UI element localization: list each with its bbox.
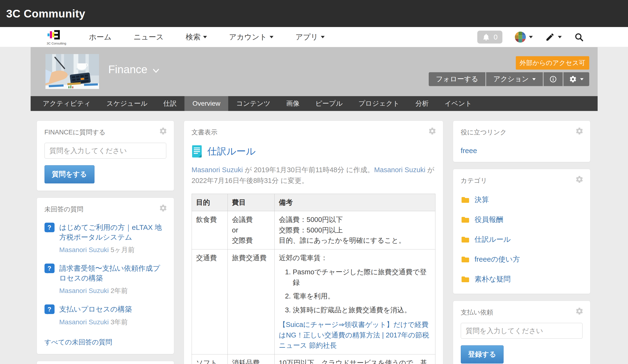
gear-icon[interactable]: [575, 127, 583, 135]
folder-icon: [461, 236, 470, 243]
notification-count: 0: [493, 33, 498, 41]
useful-links-list: freee: [461, 146, 583, 155]
unanswered-questions-widget: 未回答の質問 ?はじめてご利用の方｜eLTAX 地方税ポータルシステムMasan…: [37, 198, 174, 354]
create-menu[interactable]: [545, 32, 562, 42]
actions-button-label: アクション: [493, 74, 529, 84]
byline-author-link[interactable]: Masanori Suzuki: [374, 166, 425, 174]
question-title-link[interactable]: 支払いプロセスの構築: [59, 304, 132, 314]
gear-icon[interactable]: [428, 127, 436, 135]
table-row: 飲食費会議費or交際費会議費：5000円以下交際費：5000円以上目的、誰にあっ…: [192, 211, 435, 249]
folder-icon: [461, 256, 470, 263]
caret-down-icon: [270, 36, 273, 38]
settings-button[interactable]: [563, 72, 589, 86]
document-icon: [192, 145, 202, 158]
question-body: 請求書受領〜支払い依頼作成プロセスの構築Masanori Suzuki 2年前: [59, 264, 166, 295]
tab-activity[interactable]: アクティビティ: [35, 96, 99, 111]
question-title-link[interactable]: はじめてご利用の方｜eLTAX 地方税ポータルシステム: [59, 223, 166, 242]
space-thumbnail-image[interactable]: [45, 54, 99, 89]
nav-item-search[interactable]: 検索: [186, 32, 207, 42]
main-column: 文書表示 仕訳ルール Masanori Suzuki が 2019年1月30日午…: [184, 121, 443, 364]
nav-item-news[interactable]: ニュース: [134, 32, 164, 42]
document-header: 仕訳ルール: [192, 145, 435, 158]
nav-item-label: アカウント: [229, 32, 267, 42]
caret-down-icon: [558, 36, 562, 38]
question-author-link[interactable]: Masanori Suzuki: [59, 246, 109, 254]
question-author-link[interactable]: Masanori Suzuki: [59, 318, 109, 326]
tab-analytics[interactable]: 分析: [407, 96, 437, 111]
useful-link[interactable]: freee: [461, 146, 583, 155]
logo[interactable]: 3C Consulting: [47, 29, 66, 45]
note-link[interactable]: 【Suicaにチャージ⇒領収書ゲット】だけで経費はNG！正しい交通費の精算方法 …: [279, 321, 429, 349]
document-title-link[interactable]: 仕訳ルール: [207, 145, 256, 158]
table-row: ソフトウェア消耗品費10万円以下。クラウドサービスを使うので、基本的にはこの費目…: [192, 354, 435, 364]
category-label: 役員報酬: [475, 215, 503, 224]
nav-item-label: 検索: [186, 32, 200, 42]
note-list-item: Pasmoでチャージした際に旅費交通費で登録: [293, 267, 431, 288]
tab-journal[interactable]: 仕訳: [155, 96, 184, 111]
navbar: 3C Consulting ホームニュース検索アカウントアプリ 0: [0, 27, 628, 47]
category-item[interactable]: freeeの使い方: [461, 254, 583, 264]
category-list: 決算役員報酬仕訳ルールfreeeの使い方素朴な疑問: [461, 195, 583, 287]
actions-button[interactable]: アクション: [486, 72, 543, 86]
nav-item-account[interactable]: アカウント: [229, 32, 273, 42]
table-row: 交通費旅費交通費近郊の電車賃：Pasmoでチャージした際に旅費交通費で登録電車を…: [192, 249, 435, 354]
category-item[interactable]: 決算: [461, 195, 583, 205]
tab-contents[interactable]: コンテンツ: [228, 96, 278, 111]
table-header-row: 目的費目備考: [192, 194, 435, 211]
widget-title: 文書表示: [192, 128, 435, 137]
gear-icon[interactable]: [575, 307, 583, 315]
question-meta: Masanori Suzuki 2年前: [59, 286, 166, 295]
follow-button[interactable]: フォローする: [429, 72, 485, 86]
tab-people[interactable]: ピープル: [308, 96, 350, 111]
chevron-down-icon: [152, 67, 160, 75]
gear-icon[interactable]: [159, 204, 167, 212]
table-header-cell: 備考: [274, 194, 435, 211]
folder-icon: [461, 196, 470, 204]
space-title[interactable]: Finance: [108, 63, 160, 76]
category-label: 素朴な疑問: [475, 274, 511, 284]
widget-title: 役に立つリンク: [461, 128, 583, 137]
question-bubble-icon: ?: [45, 223, 55, 232]
finance-photo: [45, 54, 99, 89]
search-button[interactable]: [574, 32, 584, 42]
nav-item-apps[interactable]: アプリ: [296, 32, 325, 42]
tab-images[interactable]: 画像: [278, 96, 308, 111]
payment-request-input[interactable]: [461, 323, 583, 339]
nav-right: 0: [477, 31, 584, 44]
caret-down-icon: [580, 78, 583, 80]
note-list-item: 電車を利用。: [293, 291, 431, 301]
payment-request-widget: 支払い依頼 登録する: [453, 301, 590, 364]
left-column: FINANCEに質問する 質問をする 未回答の質問 ?はじめてご利用の方｜eLT…: [37, 121, 174, 364]
cell-note: 近郊の電車賃：Pasmoでチャージした際に旅費交通費で登録電車を利用。決算時に貯…: [274, 249, 435, 354]
logo-mark: [47, 29, 66, 41]
notifications-button[interactable]: 0: [477, 31, 502, 44]
category-item[interactable]: 役員報酬: [461, 215, 583, 224]
tab-projects[interactable]: プロジェクト: [350, 96, 407, 111]
ask-question-button[interactable]: 質問をする: [45, 165, 94, 183]
tab-schedule[interactable]: スケジュール: [99, 96, 155, 111]
all-unanswered-link[interactable]: すべての未回答の質問: [45, 338, 112, 347]
question-title-link[interactable]: 請求書受領〜支払い依頼作成プロセスの構築: [59, 264, 166, 283]
question-author-link[interactable]: Masanori Suzuki: [59, 287, 109, 294]
gear-icon[interactable]: [159, 127, 167, 135]
banner-actions: フォローする アクション: [429, 72, 589, 86]
note-list-item: 決算時に貯蔵品と旅費交通費を消込。: [293, 305, 431, 315]
caret-down-icon: [203, 36, 207, 38]
register-button[interactable]: 登録する: [461, 345, 504, 364]
avatar: [515, 32, 526, 43]
question-body: 支払いプロセスの構築Masanori Suzuki 3年前: [59, 304, 132, 327]
gear-icon[interactable]: [575, 175, 583, 183]
category-item[interactable]: 素朴な疑問: [461, 274, 583, 284]
question-meta: Masanori Suzuki 3年前: [59, 318, 132, 327]
question-input[interactable]: [45, 143, 166, 158]
category-item[interactable]: 仕訳ルール: [461, 235, 583, 244]
question-item: ?支払いプロセスの構築Masanori Suzuki 3年前: [45, 304, 166, 327]
widget-title: カテゴリ: [461, 176, 583, 185]
info-button[interactable]: [544, 72, 563, 86]
byline-author-link[interactable]: Masanori Suzuki: [192, 166, 243, 174]
nav-item-home[interactable]: ホーム: [89, 32, 111, 42]
user-menu[interactable]: [515, 32, 533, 43]
tab-overview[interactable]: Overview: [184, 96, 228, 111]
info-icon: [549, 75, 557, 83]
tab-events[interactable]: イベント: [437, 96, 480, 111]
